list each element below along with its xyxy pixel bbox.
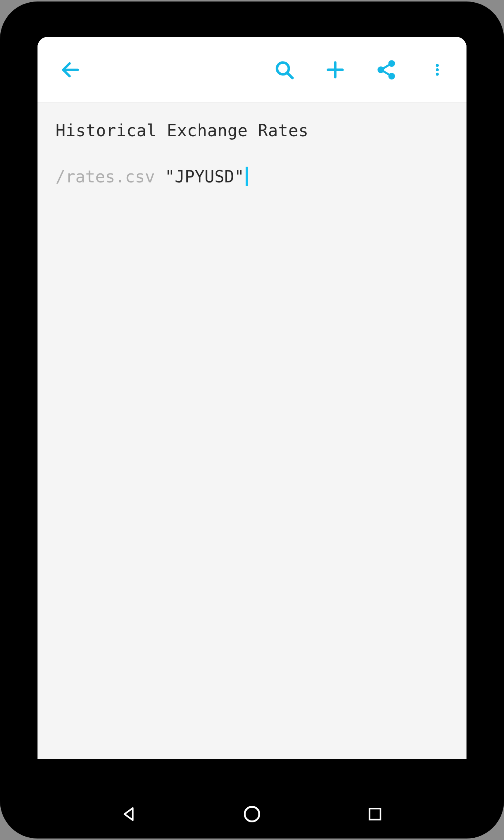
svg-line-2 [287,72,292,78]
svg-point-6 [378,67,383,72]
svg-point-10 [436,64,439,67]
svg-rect-15 [369,808,380,819]
share-button[interactable] [368,52,404,88]
text-cursor [246,167,248,186]
command-argument: "JPYUSD" [165,167,244,186]
svg-point-7 [389,74,394,78]
square-recent-icon [367,806,383,822]
more-vert-icon [430,59,445,81]
command-hint: /rates.csv [56,167,155,186]
arrow-back-icon [60,59,81,81]
plus-icon [324,59,346,81]
circle-home-icon [242,804,262,824]
nav-recent-button[interactable] [362,801,388,827]
device-frame: Historical Exchange Rates /rates.csv "JP… [0,2,504,838]
svg-point-5 [389,61,394,66]
back-button[interactable] [52,52,88,88]
document-title: Historical Exchange Rates [56,119,448,142]
svg-point-14 [245,807,260,822]
svg-marker-13 [124,808,133,820]
svg-point-11 [436,68,439,71]
search-icon [273,59,295,81]
more-button[interactable] [419,52,455,88]
svg-line-8 [383,65,390,69]
add-button[interactable] [317,52,353,88]
search-button[interactable] [266,52,302,88]
share-icon [375,59,397,81]
editor-area[interactable]: Historical Exchange Rates /rates.csv "JP… [38,103,466,205]
nav-back-button[interactable] [116,801,142,827]
nav-home-button[interactable] [239,801,265,827]
command-line[interactable]: /rates.csv "JPYUSD" [56,166,448,188]
app-screen: Historical Exchange Rates /rates.csv "JP… [38,37,466,759]
android-nav-bar [0,790,504,838]
svg-point-12 [436,72,439,75]
triangle-back-icon [120,805,138,823]
app-bar [38,37,466,103]
svg-line-9 [383,71,390,75]
